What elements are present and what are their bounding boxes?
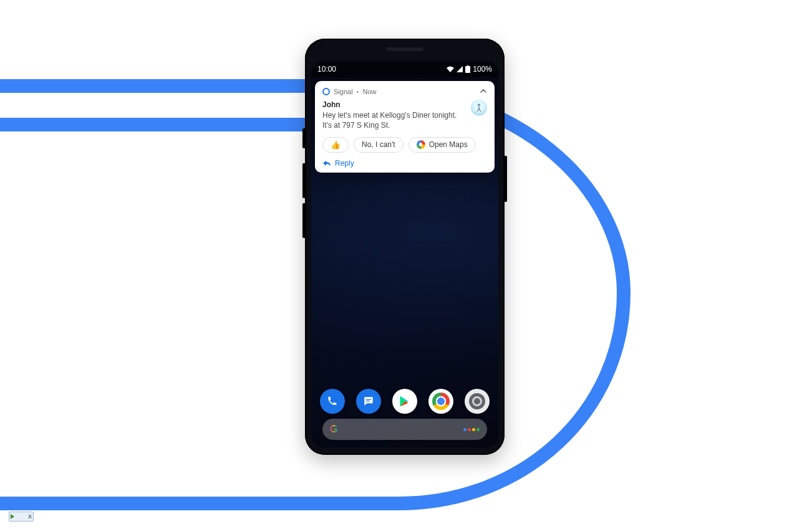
notification-text: John Hey let's meet at Kellogg's Diner t… <box>322 100 465 131</box>
battery-icon <box>465 65 470 73</box>
app-camera[interactable] <box>465 389 490 414</box>
app-messages[interactable] <box>356 389 381 414</box>
svg-rect-1 <box>467 65 469 67</box>
reply-icon <box>322 160 331 167</box>
separator-dot: • <box>357 88 359 95</box>
messages-icon <box>362 395 375 407</box>
notification-card[interactable]: Signal • Now John Hey let's meet at Kell… <box>315 81 495 173</box>
svg-rect-0 <box>465 66 470 73</box>
reply-label: Reply <box>335 159 354 168</box>
chip-open-maps[interactable]: Open Maps <box>408 137 476 153</box>
chip-decline[interactable]: No, I can't <box>354 137 404 153</box>
app-play-store[interactable] <box>392 389 417 414</box>
notification-app-name: Signal <box>334 88 353 95</box>
app-dock <box>311 389 498 414</box>
camera-icon <box>469 393 485 409</box>
phone-screen: 10:00 100% Signal • Now <box>311 61 498 447</box>
close-icon[interactable]: X <box>28 514 32 520</box>
battery-percent: 100% <box>473 65 492 74</box>
sender-avatar <box>471 100 487 116</box>
status-time: 10:00 <box>317 65 336 74</box>
play-store-icon <box>398 394 412 408</box>
reply-button[interactable]: Reply <box>322 159 487 168</box>
thumbs-up-icon: 👍 <box>331 140 341 150</box>
app-phone[interactable] <box>320 389 345 414</box>
signal-icon <box>457 66 463 72</box>
phone-frame: 10:00 100% Signal • Now <box>305 39 505 455</box>
side-button <box>302 128 305 148</box>
status-bar: 10:00 100% <box>311 61 498 77</box>
chip-thumbs-up[interactable]: 👍 <box>322 137 349 153</box>
notification-message: Hey let's meet at Kellogg's Diner tonigh… <box>322 111 457 130</box>
maps-icon <box>417 140 425 149</box>
app-chrome[interactable] <box>428 389 453 414</box>
notification-when: Now <box>362 88 376 95</box>
power-button <box>505 156 507 202</box>
phone-icon <box>326 395 339 407</box>
chip-decline-label: No, I can't <box>362 140 395 149</box>
status-right: 100% <box>447 65 492 74</box>
svg-rect-2 <box>366 399 371 400</box>
volume-up-button <box>302 163 305 198</box>
svg-rect-3 <box>366 401 370 401</box>
signal-app-icon <box>322 88 330 95</box>
smart-reply-chips: 👍 No, I can't Open Maps <box>322 137 487 153</box>
collapse-icon[interactable] <box>480 87 487 96</box>
play-icon <box>11 514 14 519</box>
volume-down-button <box>302 203 305 238</box>
wifi-icon <box>447 66 454 72</box>
assistant-icon[interactable] <box>463 428 480 431</box>
notification-sender: John <box>322 100 465 110</box>
google-search-bar[interactable]: G <box>322 419 487 440</box>
google-logo-icon: G <box>330 424 337 435</box>
notification-header: Signal • Now <box>322 87 487 96</box>
ad-badge[interactable]: X <box>9 512 34 522</box>
chip-maps-label: Open Maps <box>429 140 468 149</box>
chrome-icon <box>432 393 450 410</box>
